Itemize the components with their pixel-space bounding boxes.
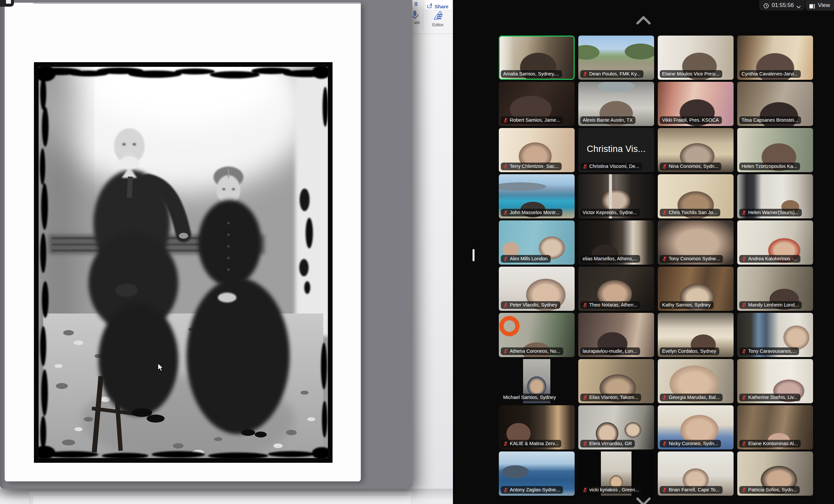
participant-tile[interactable]: Katherine Stathis, Liv... xyxy=(737,359,813,403)
participant-name-text: Evelyn Cordatos, Sydney xyxy=(662,348,716,354)
participant-name-label: Andrea Kalokerinos -... xyxy=(739,255,800,263)
panel-resize-handle[interactable] xyxy=(473,249,475,261)
participant-name-label: Helen Tzortzopoulos Ka... xyxy=(739,162,800,170)
participant-name-label: Elaine Moulos Vice Presi... xyxy=(660,70,722,78)
participant-name-text: Patricia Sofios, Sydn... xyxy=(748,487,797,492)
participant-name-label: Victor Kepreotis, Sydne... xyxy=(580,209,640,216)
muted-mic-icon xyxy=(662,441,667,446)
participant-tile[interactable]: Athena Coroneos, No... xyxy=(499,313,575,357)
participant-tile[interactable]: Elias Vlanton, Takom... xyxy=(578,359,654,403)
participant-name-label: Patricia Sofios, Sydn... xyxy=(739,486,800,494)
muted-mic-icon xyxy=(503,210,508,215)
participant-tile[interactable]: Nina Conomos, Sydn... xyxy=(658,128,733,172)
participant-name-label: Amalia Samios, Sydney,... xyxy=(501,70,562,78)
participant-name-label: Theo Notaras, Athen... xyxy=(580,301,640,309)
participant-tile[interactable]: KALIE & Matina Zerv... xyxy=(499,405,575,450)
participant-tile[interactable]: Amalia Samios, Sydney,... xyxy=(499,36,575,80)
participant-tile[interactable]: Evelyn Cordatos, Sydney xyxy=(658,313,733,357)
participant-tile[interactable]: elias Marsellos, Athens,... xyxy=(578,220,654,265)
participant-name-label: Tony Caravousanos,... xyxy=(739,347,799,355)
participant-name-label: vicki kyriakos , Green... xyxy=(580,486,642,494)
participant-tile[interactable]: Titsa Capsanes Bronstei... xyxy=(737,82,813,126)
participant-tile[interactable]: Helen Warner(Souris)... xyxy=(737,174,813,218)
participant-name-text: Christina Viscomi, De... xyxy=(589,163,639,169)
participant-name-text: John Masselos Montr... xyxy=(510,210,559,215)
muted-mic-icon xyxy=(583,395,588,400)
participant-name-label: Brian Farrell, Cape To... xyxy=(660,486,723,494)
mouse-cursor xyxy=(157,363,165,372)
participant-tile[interactable]: Patricia Sofios, Sydn... xyxy=(737,452,813,496)
participant-tile[interactable]: Chris Tsichlis San Jo... xyxy=(658,174,733,218)
participant-name-text: vicki kyriakos , Green... xyxy=(589,487,639,492)
participant-name-label: Kathy Samios, Sydney xyxy=(660,301,714,309)
participant-tile[interactable]: vicki kyriakos , Green... xyxy=(578,452,654,496)
participant-name-text: Tony Caravousanos,... xyxy=(748,348,796,354)
muted-mic-icon xyxy=(583,303,588,308)
participant-tile[interactable]: Terry Chlentzos- Sac... xyxy=(499,128,575,172)
participant-tile[interactable]: Cynthia Cavalenes-Jarvi... xyxy=(737,36,813,80)
scroll-up-chevron[interactable] xyxy=(635,15,652,25)
participant-name-label: Mandy Lenheim Lond... xyxy=(739,301,802,309)
participant-name-text: Vikki Fraioli, Pres. KSOCA xyxy=(662,117,719,123)
muted-mic-icon xyxy=(503,487,508,492)
participant-name-text: Theo Notaras, Athen... xyxy=(589,302,637,308)
participant-name-text: Georgia Marudas, Bal... xyxy=(669,395,720,400)
share-button[interactable]: Share xyxy=(424,0,452,10)
timer-value: 01:55:56 xyxy=(772,2,794,9)
editor-button-label: Editor xyxy=(432,22,444,27)
participant-name-label: Christina Viscomi, De... xyxy=(580,162,642,170)
participant-tile[interactable]: Christina Vis...Christina Viscomi, De... xyxy=(578,128,654,172)
view-button[interactable]: View xyxy=(806,0,834,10)
muted-mic-icon xyxy=(662,210,667,215)
participant-tile[interactable]: Elaine Kontominas Al... xyxy=(737,405,813,450)
meeting-timer[interactable]: 01:55:56 xyxy=(759,0,805,10)
participant-tile[interactable]: Dean Poulos, FMK Ky... xyxy=(578,36,654,80)
historic-photo[interactable] xyxy=(34,62,332,463)
participant-tile[interactable]: Mandy Lenheim Lond... xyxy=(737,267,813,311)
participant-tile[interactable]: laurapavlou-mudie, Lon... xyxy=(578,313,654,357)
participant-tile[interactable]: Tony Caravousanos,... xyxy=(737,313,813,357)
participant-tile[interactable]: Brian Farrell, Cape To... xyxy=(658,452,733,496)
participant-name-text: elias Marsellos, Athens,... xyxy=(583,256,637,261)
participant-tile[interactable]: Peter Vlandis, Sydney xyxy=(499,267,575,311)
participant-tile[interactable]: Antony Zaglas-Sydne... xyxy=(499,452,575,496)
muted-mic-icon xyxy=(742,210,747,215)
participant-name-label: Titsa Capsanes Bronstei... xyxy=(739,116,801,124)
participant-name-text: Elaine Moulos Vice Presi... xyxy=(662,71,719,76)
participant-tile[interactable]: Victor Kepreotis, Sydne... xyxy=(578,174,654,218)
participant-tile[interactable]: Andrea Kalokerinos -... xyxy=(737,220,813,265)
muted-mic-icon xyxy=(742,303,747,308)
participant-tile[interactable]: Alexis Bante Austin, TX xyxy=(578,82,654,126)
participant-name-text: Chris Tsichlis San Jo... xyxy=(669,210,717,215)
participant-name-text: Kathy Samios, Sydney xyxy=(662,302,711,308)
muted-mic-icon xyxy=(503,441,508,446)
participant-tile[interactable]: Robert Samios, Jame... xyxy=(499,82,575,126)
participant-tile[interactable]: Georgia Marudas, Bal... xyxy=(658,359,733,403)
participant-tile[interactable]: Tony Conomos Sydne... xyxy=(658,220,733,265)
muted-mic-icon xyxy=(503,118,508,123)
participant-name-label: Robert Samios, Jame... xyxy=(501,116,563,124)
participant-tile[interactable]: Helen Tzortzopoulos Ka... xyxy=(737,128,813,172)
participant-name-text: Helen Warner(Souris)... xyxy=(748,210,799,215)
participant-tile[interactable]: Michael Samios, Sydney xyxy=(499,359,575,403)
participant-tile[interactable]: Elaine Moulos Vice Presi... xyxy=(658,36,733,80)
participant-tile[interactable]: Kathy Samios, Sydney xyxy=(658,267,733,311)
participant-name-label: Michael Samios, Sydney xyxy=(501,394,559,401)
participant-tile[interactable]: John Masselos Montr... xyxy=(499,174,575,218)
share-icon xyxy=(427,3,433,9)
participant-tile[interactable]: Vikki Fraioli, Pres. KSOCA xyxy=(658,82,733,126)
participant-name-label: Dean Poulos, FMK Ky... xyxy=(580,70,643,78)
participant-display-name: Christina Vis... xyxy=(587,144,646,154)
participant-tile[interactable]: Alex Mills London xyxy=(499,220,575,265)
word-ribbon: g Share ate Editor xyxy=(412,0,453,34)
muted-mic-icon xyxy=(742,395,747,400)
participant-name-text: Elias Vlanton, Takom... xyxy=(589,395,638,400)
participant-tile[interactable]: Eleni Venardou, GR xyxy=(578,405,654,450)
scroll-down-chevron[interactable] xyxy=(635,497,652,504)
participant-tile[interactable]: Theo Notaras, Athen... xyxy=(578,267,654,311)
participant-name-label: Chris Tsichlis San Jo... xyxy=(660,209,720,216)
editor-button[interactable]: Editor xyxy=(426,9,449,27)
participant-tile[interactable]: Nicky Coroneo, Sydn... xyxy=(658,405,733,450)
participant-name-label: Georgia Marudas, Bal... xyxy=(660,394,723,401)
participant-name-text: Tony Conomos Sydne... xyxy=(669,256,720,261)
